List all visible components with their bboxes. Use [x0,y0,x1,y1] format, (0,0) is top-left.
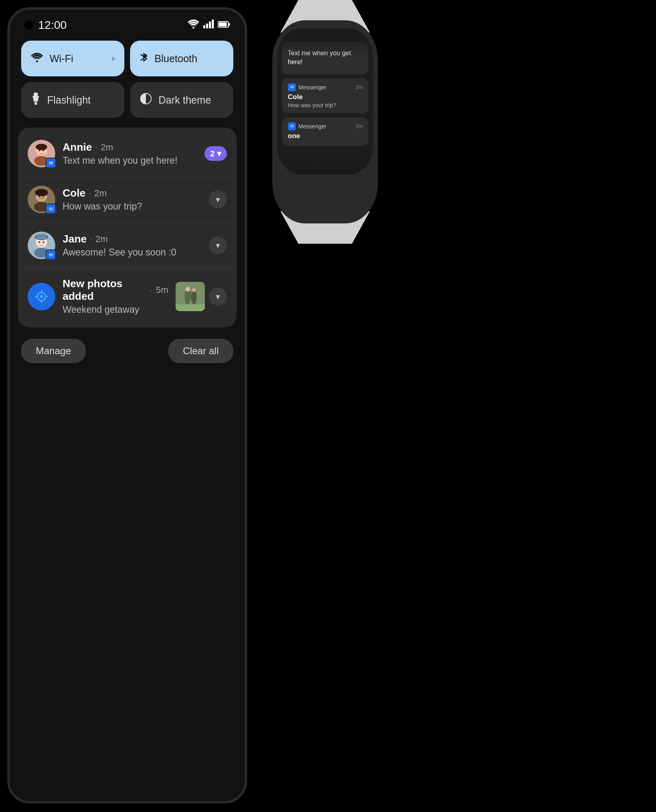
cole-message: How was your trip? [63,201,202,212]
notification-photos[interactable]: New photos added · 5m Weekend getaway [18,269,237,324]
annie-message: Text me when you get here! [63,155,197,166]
photos-avatar [28,283,55,310]
annie-avatar-wrap: ✉ [28,140,55,167]
status-left: 12:00 [24,19,67,32]
clear-all-button[interactable]: Clear all [168,339,233,363]
svg-rect-2 [206,24,208,28]
notifications-footer: Manage Clear all [10,327,245,371]
watch-notif-cole: ✉ Messenger 2m Cole How was your trip? [282,78,368,113]
bluetooth-tile[interactable]: Bluetooth [130,41,233,76]
jane-actions: ▾ [209,236,227,254]
bluetooth-tile-icon [140,51,148,66]
annie-dot: · [95,143,98,152]
svg-point-0 [193,27,195,29]
wifi-tile[interactable]: Wi-Fi › [21,41,124,76]
cole-chevron-icon: ▾ [216,195,220,204]
notification-annie[interactable]: ✉ Annie · 2m Text me when you get here! … [18,131,237,177]
watch-cole-msg: How was your trip? [288,102,363,108]
svg-point-29 [39,241,40,243]
svg-rect-1 [203,25,205,28]
jane-name: Jane [63,233,87,245]
flashlight-tile[interactable]: Flashlight [21,82,124,118]
annie-actions: 2 ▾ [204,146,227,161]
svg-rect-4 [212,19,214,28]
notification-jane[interactable]: ✉ Jane · 2m Awesome! See you soon :0 ▾ [18,223,237,269]
jane-dot: · [90,234,92,244]
svg-point-43 [192,288,196,292]
dark-theme-tile[interactable]: Dark theme [130,82,233,118]
photos-message: Weekend getaway [63,304,168,315]
cole-actions: ▾ [209,191,227,208]
watch-app-row-partial: ✉ Messenger [288,122,326,130]
watch-cole-name: Cole [288,93,363,101]
svg-rect-32 [37,234,46,239]
annie-chevron-icon: ▾ [217,149,221,158]
watch-notif-partial: ✉ Messenger 2m one [282,117,368,146]
manage-button[interactable]: Manage [21,339,86,363]
phone-screen: 12:00 [10,10,245,801]
annie-count-badge[interactable]: 2 ▾ [204,146,227,161]
watch-text-message: Text me when you get here! [288,49,363,67]
jane-chevron-icon: ▾ [216,240,220,250]
messenger-jane-badge-icon: ✉ [49,252,53,258]
watch-app-row-cole: ✉ Messenger [288,83,326,91]
svg-rect-6 [219,22,227,26]
cole-notif-content: Cole · 2m How was your trip? [63,187,202,212]
wifi-status-icon [188,19,199,31]
cole-expand-button[interactable]: ▾ [209,191,227,208]
svg-point-8 [36,61,38,63]
jane-notif-content: Jane · 2m Awesome! See you soon :0 [63,233,202,258]
photos-avatar-wrap [28,283,55,310]
svg-rect-24 [36,194,47,196]
cole-app-badge: ✉ [46,204,56,214]
wifi-tile-label: Wi-Fi [50,53,105,65]
cole-time: 2m [94,188,107,199]
jane-avatar-wrap: ✉ [28,232,55,259]
jane-message: Awesome! See you soon :0 [63,247,202,258]
jane-expand-button[interactable]: ▾ [209,236,227,254]
svg-point-34 [40,295,43,298]
quick-tiles-grid: Wi-Fi › Bluetooth [10,36,245,124]
cole-name: Cole [63,187,85,199]
watch-cole-time: 2m [356,84,363,90]
svg-point-42 [185,287,190,292]
watch-app-name-partial: Messenger [298,123,326,130]
messenger-cole-badge-icon: ✉ [49,206,53,212]
status-time: 12:00 [38,19,67,32]
watch-screen: Text me when you get here! ✉ Messenger 2… [277,28,373,175]
svg-point-17 [43,149,44,151]
watch-device: Text me when you get here! ✉ Messenger 2… [256,0,394,244]
status-bar: 12:00 [10,10,245,36]
photos-expand-button[interactable]: ▾ [209,288,227,305]
svg-rect-44 [176,304,205,311]
annie-notif-content: Annie · 2m Text me when you get here! [63,141,197,166]
watch-app-name-cole: Messenger [298,84,326,91]
photos-notif-content: New photos added · 5m Weekend getaway [63,277,168,315]
jane-app-badge: ✉ [46,249,56,260]
battery-status-icon [218,20,230,30]
svg-rect-10 [35,102,37,105]
dark-theme-tile-label: Dark theme [159,94,224,106]
annie-count: 2 [210,149,215,158]
watch-notifications: Text me when you get here! ✉ Messenger 2… [277,28,373,155]
svg-point-15 [36,144,47,150]
annie-title-row: Annie · 2m [63,141,197,154]
status-icons [188,19,230,31]
svg-rect-3 [209,22,211,28]
watch-messenger-icon-cole: ✉ [288,83,296,91]
jane-title-row: Jane · 2m [63,233,202,245]
bluetooth-tile-label: Bluetooth [154,53,224,65]
cole-title-row: Cole · 2m [63,187,202,199]
notification-cole[interactable]: ✉ Cole · 2m How was your trip? ▾ [18,177,237,223]
annie-time: 2m [101,142,113,153]
wifi-tile-arrow: › [112,53,115,64]
watch-cole-header: ✉ Messenger 2m [288,83,363,91]
photos-dot: · [150,286,153,295]
cole-avatar-wrap: ✉ [28,186,55,213]
camera-dot [24,21,33,30]
phone-device: 12:00 [7,7,247,803]
watch-partial-time: 2m [356,123,363,129]
watch-partial-header: ✉ Messenger 2m [288,122,363,130]
photos-title-row: New photos added · 5m [63,277,168,303]
svg-rect-9 [34,93,38,96]
